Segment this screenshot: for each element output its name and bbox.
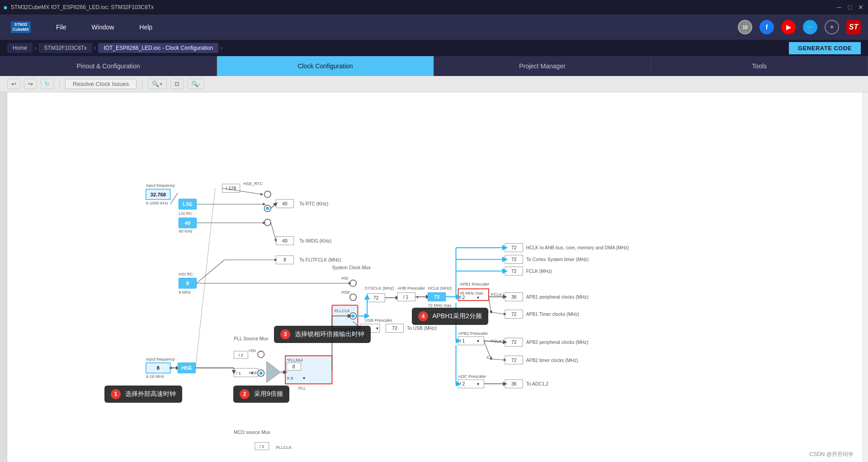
svg-line-161 <box>491 359 505 360</box>
svg-text:SYSCLK (MHz): SYSCLK (MHz) <box>365 286 394 291</box>
social-icons: 10 f ▶ 🐦 ✦ ST <box>738 20 861 34</box>
bc-chip[interactable]: STM32F103C8Tx <box>38 43 92 53</box>
zoom-in-button[interactable]: 🔍+ <box>148 79 167 89</box>
svg-text:To ADC1,2: To ADC1,2 <box>526 381 549 386</box>
svg-text:72: 72 <box>392 326 397 331</box>
svg-text:PLL Source Mux: PLL Source Mux <box>234 336 269 341</box>
zoom-out-button[interactable]: 🔍- <box>187 79 204 89</box>
svg-marker-137 <box>267 362 281 383</box>
menu-file[interactable]: File <box>52 22 70 33</box>
svg-text:72: 72 <box>511 312 517 317</box>
logo-box: STM32CubeMX <box>11 21 31 33</box>
svg-text:System Clock Mux: System Clock Mux <box>332 265 371 270</box>
svg-point-15 <box>266 207 269 210</box>
svg-text:72: 72 <box>511 257 517 262</box>
svg-text:36: 36 <box>511 295 517 300</box>
undo-button[interactable]: ↩ <box>7 79 20 89</box>
svg-line-166 <box>197 260 225 283</box>
svg-text:▾: ▾ <box>477 381 479 386</box>
icon-st[interactable]: ST <box>846 20 861 34</box>
svg-text:72 MHz max: 72 MHz max <box>428 303 452 308</box>
svg-text:32.768: 32.768 <box>150 192 166 197</box>
svg-line-156 <box>491 312 505 314</box>
svg-text:0-1000 KHz: 0-1000 KHz <box>146 201 168 205</box>
svg-text:72: 72 <box>434 294 440 300</box>
scroll-right[interactable] <box>863 92 868 462</box>
svg-point-32 <box>350 294 356 300</box>
svg-text:To Cortex System timer (MHz): To Cortex System timer (MHz) <box>526 257 589 262</box>
icon-youtube[interactable]: ▶ <box>781 20 796 34</box>
csdn-badge: CSDN @乔乔同学 <box>809 451 854 458</box>
svg-text:PLLCLK: PLLCLK <box>276 445 292 450</box>
svg-text:To FLITFCLK (MHz): To FLITFCLK (MHz) <box>299 257 341 262</box>
svg-text:APB2 peripheral clocks (MHz): APB2 peripheral clocks (MHz) <box>526 340 589 345</box>
svg-point-16 <box>264 219 271 225</box>
toolbar-sep-2 <box>142 80 142 89</box>
tooltip-num-3: 3 <box>280 329 290 339</box>
tooltip-1: 1 选择外部高速时钟 <box>104 386 182 403</box>
bc-sep-2: › <box>92 44 98 52</box>
svg-text:Input frequency: Input frequency <box>146 183 175 188</box>
icon-network[interactable]: ✦ <box>825 20 839 34</box>
minimize-button[interactable]: ─ <box>835 4 843 11</box>
svg-text:8: 8 <box>283 257 286 262</box>
svg-text:36: 36 <box>511 381 517 386</box>
svg-line-174 <box>196 188 215 368</box>
svg-line-173 <box>271 204 276 208</box>
logo: STM32CubeMX <box>7 17 34 37</box>
svg-text:HSE: HSE <box>249 371 257 375</box>
refresh-button[interactable]: ↻ <box>41 79 54 89</box>
bc-project[interactable]: IOT_ESP8266_LED.ioc - Clock Configuratio… <box>98 43 218 53</box>
svg-text:/ 2: / 2 <box>460 295 465 300</box>
svg-text:AHB Prescaler: AHB Prescaler <box>397 286 425 291</box>
close-button[interactable]: ✕ <box>857 4 864 11</box>
breadcrumb: Home › STM32F103C8Tx › IOT_ESP8266_LED.i… <box>0 40 868 56</box>
generate-code-button[interactable]: GENERATE CODE <box>789 42 861 54</box>
svg-text:FCLK (MHz): FCLK (MHz) <box>526 269 552 274</box>
svg-point-124 <box>351 314 354 318</box>
svg-text:MCO source Mux: MCO source Mux <box>234 430 270 435</box>
restore-button[interactable]: □ <box>846 4 854 11</box>
svg-text:▾: ▾ <box>376 326 378 331</box>
icon-facebook[interactable]: f <box>760 20 774 34</box>
svg-text:HSE_RTC: HSE_RTC <box>243 181 263 186</box>
tab-tools[interactable]: Tools <box>651 56 868 76</box>
fit-button[interactable]: ⊡ <box>170 79 184 89</box>
tab-clock[interactable]: Clock Configuration <box>217 56 434 76</box>
toolbar: ↩ ↪ ↻ Resolve Clock Issues 🔍+ ⊡ 🔍- <box>0 76 868 92</box>
resolve-clock-button[interactable]: Resolve Clock Issues <box>65 79 137 89</box>
svg-text:40 KHz: 40 KHz <box>179 229 193 233</box>
scroll-left[interactable] <box>0 92 7 462</box>
bc-home[interactable]: Home <box>7 43 33 53</box>
tab-pinout[interactable]: Pinout & Configuration <box>0 56 217 76</box>
tooltip-num-2: 2 <box>240 389 250 399</box>
svg-text:4-16 MHz: 4-16 MHz <box>146 374 165 379</box>
svg-text:PLLCLK: PLLCLK <box>335 309 350 313</box>
svg-line-168 <box>170 193 178 204</box>
svg-text:8 MHz: 8 MHz <box>179 290 191 295</box>
svg-point-113 <box>259 372 263 375</box>
menu-help[interactable]: Help <box>136 22 156 33</box>
svg-text:HSI RC: HSI RC <box>179 272 193 276</box>
clock-diagram[interactable]: Input frequency 32.768 0-1000 KHz LSE LS… <box>7 92 863 462</box>
svg-text:72: 72 <box>511 245 517 250</box>
tooltip-3: 3 选择锁相环倍频输出时钟 <box>274 326 371 343</box>
svg-line-176 <box>271 223 276 241</box>
menubar: STM32CubeMX File Window Help 10 f ▶ 🐦 ✦ … <box>0 14 868 40</box>
svg-text:72: 72 <box>373 295 379 300</box>
redo-button[interactable]: ↪ <box>24 79 37 89</box>
svg-text:72: 72 <box>511 269 517 274</box>
icon-10years[interactable]: 10 <box>738 20 752 34</box>
svg-text:HCLK to AHB bus, core, memory : HCLK to AHB bus, core, memory and DMA (M… <box>526 245 629 250</box>
svg-text:To RTC (KHz): To RTC (KHz) <box>299 201 328 206</box>
svg-text:/ 1: / 1 <box>460 338 465 343</box>
svg-text:HSE: HSE <box>341 290 350 295</box>
svg-text:APB2 timer clocks (MHz): APB2 timer clocks (MHz) <box>526 358 578 363</box>
menu-window[interactable]: Window <box>88 22 118 33</box>
main-area: Input frequency 32.768 0-1000 KHz LSE LS… <box>0 92 868 462</box>
icon-twitter[interactable]: 🐦 <box>803 20 817 34</box>
tab-project[interactable]: Project Manager <box>434 56 651 76</box>
svg-text:APB1 peripheral clocks (MHz): APB1 peripheral clocks (MHz) <box>526 295 589 300</box>
titlebar: ■ STM32CubeMX IOT_ESP8266_LED.ioc: STM32… <box>0 0 868 14</box>
svg-text:LSI RC: LSI RC <box>179 211 192 216</box>
